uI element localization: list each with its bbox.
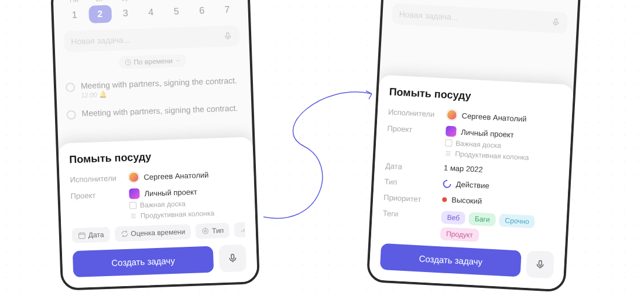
tags-list: ВебБагиСрочноПродукт	[440, 210, 556, 246]
create-task-sheet: Помыть посуду Исполнители Сергеев Анатол…	[58, 137, 257, 288]
mic-button[interactable]	[219, 244, 247, 273]
mic-icon	[551, 18, 561, 28]
svg-rect-2	[79, 233, 85, 239]
priority-chip[interactable]: Приоритет	[234, 222, 245, 238]
assignee-value[interactable]: Сергеев Анатолий	[128, 169, 208, 183]
board-icon	[445, 139, 453, 147]
calendar-icon	[78, 231, 86, 239]
svg-rect-5	[231, 254, 234, 259]
estimate-chip[interactable]: Оценка времени	[114, 224, 191, 242]
project-label: Проект	[70, 189, 122, 201]
svg-point-3	[203, 228, 208, 234]
date-chip[interactable]: Дата	[71, 227, 109, 243]
assignees-label: Исполнители	[70, 172, 122, 184]
new-task-input[interactable]: Новая задача...	[392, 3, 568, 33]
board-icon	[129, 202, 136, 209]
weekday-row: ПнВтСрЧтПтСбВс	[63, 0, 238, 4]
svg-rect-0	[227, 32, 229, 36]
sheet-title: Помыть посуду	[69, 148, 243, 166]
project-icon	[129, 188, 140, 199]
avatar-icon	[446, 110, 457, 121]
type-chip[interactable]: Тип	[196, 223, 230, 239]
day-6[interactable]: 6	[190, 1, 214, 19]
day-row: 1 2 3 4 5 6 7	[63, 1, 239, 24]
project-icon	[446, 125, 457, 137]
project-value[interactable]: Личный проект	[129, 186, 214, 199]
refresh-icon	[120, 230, 128, 238]
column-value: Продуктивная колонка	[130, 209, 215, 220]
create-task-sheet-expanded: Помыть посуду Исполнители Сергеев Анатол…	[369, 74, 574, 290]
avatar-icon	[128, 172, 139, 183]
day-3[interactable]: 3	[114, 4, 137, 22]
column-icon	[130, 212, 137, 219]
option-chips: Дата Оценка времени Тип Приоритет	[71, 222, 245, 243]
date-value[interactable]: 1 мар 2022	[444, 163, 483, 174]
tag[interactable]: Веб	[441, 210, 466, 225]
svg-point-4	[204, 230, 207, 232]
tag[interactable]: Продукт	[440, 227, 479, 242]
priority-dot-icon	[442, 197, 447, 202]
clock-icon	[124, 59, 131, 66]
assignees-label: Исполнители	[388, 106, 440, 119]
sort-chip[interactable]: По времени	[118, 54, 187, 69]
day-5[interactable]: 5	[165, 2, 188, 21]
project-value[interactable]: Личный проект	[446, 125, 530, 141]
priority-label: Приоритет	[383, 192, 436, 205]
swirl-icon	[441, 178, 453, 189]
day-2-selected[interactable]: 2	[88, 5, 112, 23]
type-label: Тип	[384, 176, 436, 189]
priority-value[interactable]: Высокий	[442, 195, 482, 206]
phone-right: ПнВтСрЧтПтСбВс 1234567 Новая задача... П…	[366, 0, 583, 293]
create-task-button[interactable]: Создать задачу	[73, 246, 214, 277]
create-task-button[interactable]: Создать задачу	[380, 243, 522, 276]
board-value: Важная доска	[129, 199, 214, 210]
tags-label: Теги	[382, 208, 434, 220]
column-value: Продуктивная колонка	[444, 149, 529, 162]
assignee-value[interactable]: Сергеев Анатолий	[446, 110, 527, 124]
swirl-icon	[201, 227, 210, 235]
checkbox-icon[interactable]	[66, 110, 76, 120]
date-label: Дата	[385, 160, 437, 173]
new-task-input[interactable]: Новая задача...	[64, 25, 240, 52]
column-icon	[444, 150, 452, 157]
type-value[interactable]: Действие	[443, 179, 489, 190]
day-1[interactable]: 1	[63, 6, 86, 24]
bars-icon	[240, 226, 245, 234]
project-label: Проект	[387, 123, 439, 135]
mic-icon	[535, 259, 546, 270]
checkbox-icon[interactable]	[66, 83, 76, 93]
sheet-title: Помыть посуду	[389, 86, 563, 107]
day-7[interactable]: 7	[215, 1, 239, 19]
svg-point-1	[125, 60, 131, 65]
mic-icon	[227, 253, 238, 264]
day-row: 1234567	[393, 0, 569, 5]
svg-rect-6	[554, 19, 557, 23]
task-row: Meeting with partners, signing the contr…	[65, 71, 241, 104]
mic-icon	[223, 31, 233, 41]
task-row: Meeting with partners, signing the contr…	[66, 98, 242, 124]
svg-rect-7	[539, 260, 542, 265]
day-4[interactable]: 4	[139, 3, 163, 21]
mic-button[interactable]	[526, 250, 554, 278]
tag[interactable]: Срочно	[499, 213, 535, 228]
chevron-down-icon	[175, 57, 181, 63]
phone-left: ПнВтСрЧтПтСбВс 1 2 3 4 5 6 7 Новая задач…	[50, 0, 260, 291]
tag[interactable]: Баги	[468, 212, 496, 226]
